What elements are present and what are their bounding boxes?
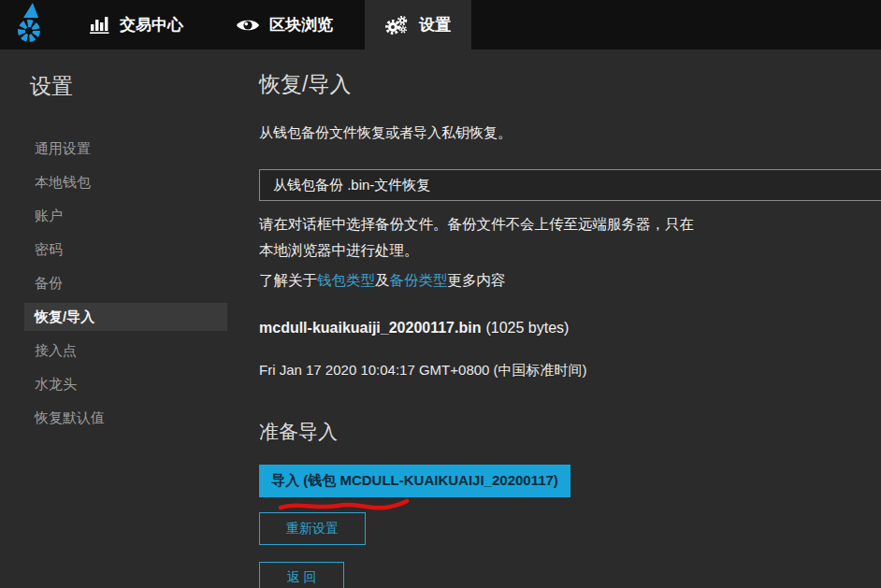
nav-tab-settings[interactable]: 设置	[365, 0, 471, 50]
sidebar-item-backup[interactable]: 备份	[24, 269, 227, 297]
sidebar-item-faucet[interactable]: 水龙头	[24, 370, 227, 398]
backup-help-line1: 请在对话框中选择备份文件。备份文件不会上传至远端服务器，只在	[259, 211, 881, 237]
sidebar-item-reset-defaults[interactable]: 恢复默认值	[24, 404, 227, 432]
page-layout: 设置 通用设置 本地钱包 账户 密码 备份 恢复/导入 接入点 水龙头 恢复默认…	[0, 50, 881, 588]
reset-settings-button[interactable]: 重新设置	[259, 512, 366, 545]
page-title: 恢复/导入	[259, 70, 881, 99]
learn-more-middle: 及	[375, 272, 390, 288]
restore-intro-text: 从钱包备份文件恢复或者导入私钥恢复。	[259, 124, 881, 142]
back-button[interactable]: 返 回	[259, 562, 344, 588]
sidebar-item-accounts[interactable]: 账户	[24, 202, 227, 230]
settings-sidebar: 设置 通用设置 本地钱包 账户 密码 备份 恢复/导入 接入点 水龙头 恢复默认…	[0, 50, 234, 588]
nav-tab-trading[interactable]: 交易中心	[69, 0, 204, 50]
learn-more-suffix: 更多内容	[448, 272, 506, 288]
backup-filename: mcdull-kuaikuaiji_20200117.bin	[259, 320, 481, 336]
top-nav: 交易中心 区块浏览 设置	[0, 0, 881, 50]
sidebar-title: 设置	[30, 72, 234, 101]
nav-tab-label: 区块浏览	[269, 14, 333, 36]
restore-type-select[interactable]: 从钱包备份 .bin-文件恢复	[259, 169, 881, 201]
bar-chart-icon	[90, 16, 110, 34]
import-button-area: 导入 (钱包 MCDULL-KUAIKUAIJI_20200117)	[259, 465, 881, 497]
sidebar-menu: 通用设置 本地钱包 账户 密码 备份 恢复/导入 接入点 水龙头 恢复默认值	[24, 135, 234, 432]
prepare-import-title: 准备导入	[259, 419, 881, 445]
sidebar-item-local-wallet[interactable]: 本地钱包	[24, 168, 227, 196]
backup-file-row: mcdull-kuaikuaiji_20200117.bin(1025 byte…	[259, 320, 881, 337]
backup-filesize: (1025 bytes)	[485, 320, 569, 336]
wallet-type-link[interactable]: 钱包类型	[317, 272, 375, 288]
nav-tab-explorer[interactable]: 区块浏览	[215, 0, 354, 50]
import-wallet-button[interactable]: 导入 (钱包 MCDULL-KUAIKUAIJI_20200117)	[259, 465, 570, 497]
sidebar-item-access-nodes[interactable]: 接入点	[24, 337, 227, 365]
sidebar-item-password[interactable]: 密码	[24, 236, 227, 264]
main-content: 恢复/导入 从钱包备份文件恢复或者导入私钥恢复。 从钱包备份 .bin-文件恢复…	[234, 50, 881, 588]
sidebar-item-general-settings[interactable]: 通用设置	[24, 135, 227, 163]
backup-type-link[interactable]: 备份类型	[390, 272, 448, 288]
brand-logo[interactable]	[0, 0, 58, 50]
backup-file-date: Fri Jan 17 2020 10:04:17 GMT+0800 (中国标准时…	[259, 362, 881, 380]
eye-icon	[236, 17, 260, 34]
backup-help-line2: 本地浏览器中进行处理。	[259, 237, 881, 264]
nav-tab-label: 交易中心	[120, 14, 183, 36]
bitshares-logo-icon	[10, 2, 48, 49]
backup-help-text: 请在对话框中选择备份文件。备份文件不会上传至远端服务器，只在 本地浏览器中进行处…	[259, 211, 881, 264]
sidebar-item-restore-import[interactable]: 恢复/导入	[24, 303, 227, 331]
gears-icon	[385, 16, 410, 35]
nav-tab-label: 设置	[419, 14, 451, 36]
learn-more-prefix: 了解关于	[259, 272, 317, 288]
learn-more-text: 了解关于钱包类型及备份类型更多内容	[259, 271, 881, 291]
restore-type-select-value: 从钱包备份 .bin-文件恢复	[273, 177, 430, 194]
